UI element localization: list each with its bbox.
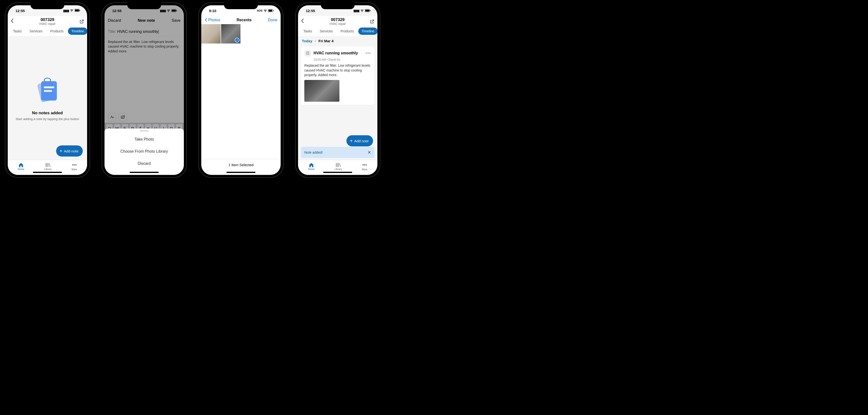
nav-more[interactable]: ••• More [72, 163, 77, 171]
svg-rect-16 [273, 10, 274, 11]
nav-home[interactable]: Home [308, 163, 314, 171]
nav-more-label: More [72, 168, 77, 171]
phone-frame-4: 12:55 ▮▮▮▮ 007329 HVAC repair Tasks Serv… [295, 2, 380, 178]
tab-timeline[interactable]: Timeline [358, 28, 377, 35]
photos-back-label: Photos [208, 18, 220, 22]
signal-icon: ▮▮▮▮ [353, 9, 359, 12]
nav-more[interactable]: ••• More [362, 163, 368, 171]
card-more-button[interactable]: ••• [366, 51, 371, 55]
empty-subtitle: Start adding a note by tapping the plus … [16, 117, 79, 121]
battery-icon [268, 9, 274, 12]
status-icons: ▮▮▮▮ [63, 9, 80, 12]
screen-4: 12:55 ▮▮▮▮ 007329 HVAC repair Tasks Serv… [298, 5, 377, 175]
tab-services[interactable]: Services [316, 28, 336, 35]
svg-rect-2 [80, 10, 80, 11]
toast-close-button[interactable]: ✕ [368, 150, 371, 155]
screen-2: 12:55 ▮▮▮▮ Discard New note Save Title: … [104, 5, 184, 175]
tab-products[interactable]: Products [47, 28, 67, 35]
status-time: 12:55 [16, 9, 25, 13]
header-title-block: 007329 HVAC repair [18, 18, 77, 26]
nav-home-label: Home [18, 168, 24, 171]
today-link[interactable]: Today [302, 39, 312, 43]
picker-title: Recents [237, 18, 252, 22]
home-indicator[interactable] [33, 172, 62, 173]
more-icon: ••• [362, 163, 367, 168]
library-icon [45, 163, 51, 167]
empty-title: No notes added [32, 111, 63, 115]
card-title: HVAC running smoothly [313, 51, 363, 55]
tab-timeline[interactable]: Timeline [68, 28, 87, 35]
svg-rect-1 [75, 9, 79, 11]
svg-rect-7 [44, 90, 52, 92]
home-indicator[interactable] [323, 172, 352, 173]
tabs: Tasks Services Products Timeline [298, 28, 377, 36]
home-indicator[interactable] [226, 172, 255, 173]
toast: Note added! ✕ [301, 147, 374, 158]
tab-services[interactable]: Services [26, 28, 46, 35]
tab-tasks[interactable]: Tasks [300, 28, 315, 35]
back-button[interactable] [11, 19, 18, 25]
discard-option[interactable]: Discard [104, 158, 184, 170]
phone-frame-3: 9:10 SOS Photos Recents Done ✓ 1 Item Se… [198, 2, 283, 178]
card-attachment-image[interactable] [304, 80, 339, 102]
page-header: 007329 HVAC repair [298, 16, 377, 28]
card-body: Replaced the air filter. Low refrigerant… [304, 63, 371, 77]
screen-1: 12:55 ▮▮▮▮ 007329 HVAC repair [8, 5, 87, 175]
screen-3: 9:10 SOS Photos Recents Done ✓ 1 Item Se… [201, 5, 281, 175]
status-time: 9:10 [209, 9, 216, 13]
battery-icon [74, 9, 80, 12]
add-note-button[interactable]: + Add note [56, 145, 83, 157]
toast-text: Note added! [304, 150, 323, 154]
selection-count: 1 Item Selected [228, 163, 253, 167]
nav-home[interactable]: Home [18, 163, 24, 171]
tab-products[interactable]: Products [337, 28, 357, 35]
wifi-icon [70, 9, 73, 12]
choose-library-option[interactable]: Choose From Photo Library [104, 145, 184, 158]
notepad-illustration [32, 75, 63, 106]
nav-library[interactable]: Library [335, 163, 342, 171]
status-icons: SOS [257, 9, 274, 12]
plus-icon: + [350, 138, 353, 144]
card-meta: 10:03 AM • David So [313, 58, 371, 61]
header-title: 007329 [308, 18, 367, 22]
notch [127, 2, 161, 9]
timeline-note-card[interactable]: HVAC running smoothly ••• 10:03 AM • Dav… [301, 46, 374, 105]
svg-rect-19 [370, 10, 370, 11]
separator-dot: • [315, 39, 316, 43]
svg-rect-18 [365, 10, 369, 11]
add-note-button[interactable]: + Add note [346, 135, 373, 146]
photo-thumb-2[interactable]: ✓ [221, 24, 241, 43]
action-sheet: Take Photo Choose From Photo Library Dis… [104, 129, 184, 175]
open-external-button[interactable] [367, 19, 374, 24]
library-icon [336, 163, 341, 167]
picker-footer: 1 Item Selected [201, 159, 281, 171]
notch [224, 2, 258, 9]
open-external-button[interactable] [77, 19, 84, 24]
photos-back-button[interactable]: Photos [205, 18, 220, 22]
header-title: 007329 [18, 18, 77, 22]
photo-grid: ✓ [201, 24, 281, 43]
header-title-block: 007329 HVAC repair [308, 18, 367, 26]
header-subtitle: HVAC repair [18, 22, 77, 26]
plus-icon: + [60, 148, 62, 154]
status-time: 12:55 [306, 9, 315, 13]
nav-library[interactable]: Library [44, 163, 52, 171]
date-row: Today • Fri Mar 4 [298, 36, 377, 45]
battery-icon [365, 9, 371, 12]
notch [30, 2, 64, 9]
home-indicator[interactable] [130, 172, 159, 173]
signal-icon: ▮▮▮▮ [63, 9, 69, 12]
photo-thumb-1[interactable] [201, 24, 221, 43]
card-header: HVAC running smoothly ••• [304, 50, 371, 57]
phone-frame-1: 12:55 ▮▮▮▮ 007329 HVAC repair [5, 2, 90, 178]
fab-label: Add note [64, 149, 79, 153]
phone-frame-2: 12:55 ▮▮▮▮ Discard New note Save Title: … [102, 2, 187, 178]
take-photo-option[interactable]: Take Photo [104, 133, 184, 145]
nav-library-label: Library [44, 168, 52, 171]
tab-tasks[interactable]: Tasks [10, 28, 25, 35]
sheet-handle[interactable] [140, 131, 149, 131]
done-button[interactable]: Done [268, 18, 277, 22]
wifi-icon [360, 9, 364, 12]
back-button[interactable] [301, 19, 308, 25]
empty-state: No notes added Start adding a note by ta… [8, 36, 87, 160]
